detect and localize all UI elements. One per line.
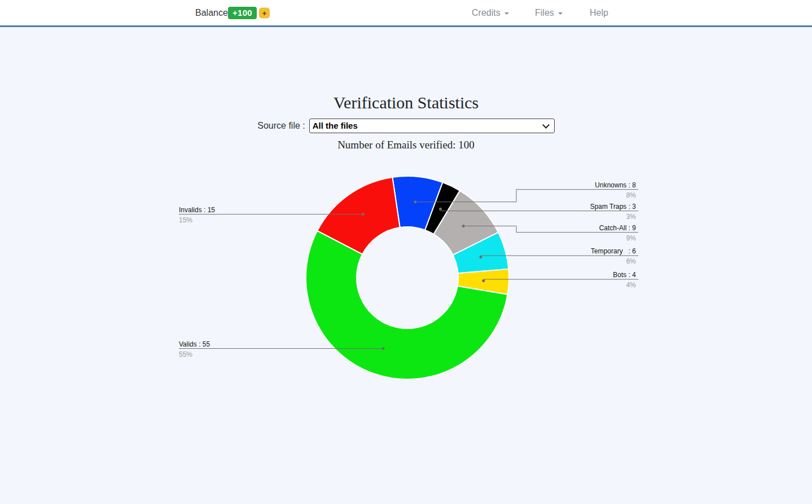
slice-label-valids: Valids : 55 [179,340,210,348]
nav-item-credits-label: Credits [472,8,501,18]
source-file-row: Source file : All the files [0,119,812,133]
chevron-down-icon [558,12,563,15]
source-file-select[interactable]: All the files [309,119,555,133]
slice-label-temporary: Temporary : 6 [591,247,636,255]
balance-badge: +100 [228,7,257,19]
leader-dot-unknowns [414,200,416,203]
slice-label-catch-all: Catch-All : 9 [599,224,637,232]
navbar: Balance +100 + Credits Files Help [0,0,812,27]
nav-item-help[interactable]: Help [590,8,608,18]
nav-item-files[interactable]: Files [535,8,563,18]
slice-pct-valids: 55% [179,350,192,358]
slice-pct-unknowns: 8% [626,191,637,199]
slice-label-bots: Bots : 4 [613,271,636,279]
slice-label-spam-traps: Spam Traps : 3 [590,203,637,211]
leader-dot-valids [382,347,385,350]
leader-dot-temporary [479,256,482,258]
donut-chart-svg: Unknowns : 88%Spam Traps : 33%Catch-All … [169,172,655,387]
add-credits-button[interactable]: + [259,7,270,18]
chevron-down-icon [504,12,509,15]
leader-dot-bots [482,279,485,282]
leader-dot-catch-all [462,225,465,227]
slice-pct-invalids: 15% [179,216,192,224]
emails-verified-line: Number of Emails verified: 100 [0,139,812,151]
nav-item-credits[interactable]: Credits [472,8,509,18]
source-file-select-wrap: All the files [309,119,555,133]
slice-pct-catch-all: 9% [626,234,637,242]
slice-label-invalids: Invalids : 15 [179,206,215,214]
page-title: Verification Statistics [0,93,812,113]
slice-label-unknowns: Unknowns : 8 [595,181,636,189]
leader-dot-invalids [362,213,365,216]
slice-pct-temporary: 6% [626,257,637,265]
donut-chart: Unknowns : 88%Spam Traps : 33%Catch-All … [169,172,655,387]
slice-pct-bots: 4% [626,281,637,289]
leader-dot-spam-traps [439,208,442,211]
slice-pct-spam-traps: 3% [626,213,637,221]
nav-item-help-label: Help [590,8,608,18]
nav-item-files-label: Files [535,8,554,18]
source-file-label: Source file : [257,121,305,131]
balance-label: Balance [195,8,228,18]
